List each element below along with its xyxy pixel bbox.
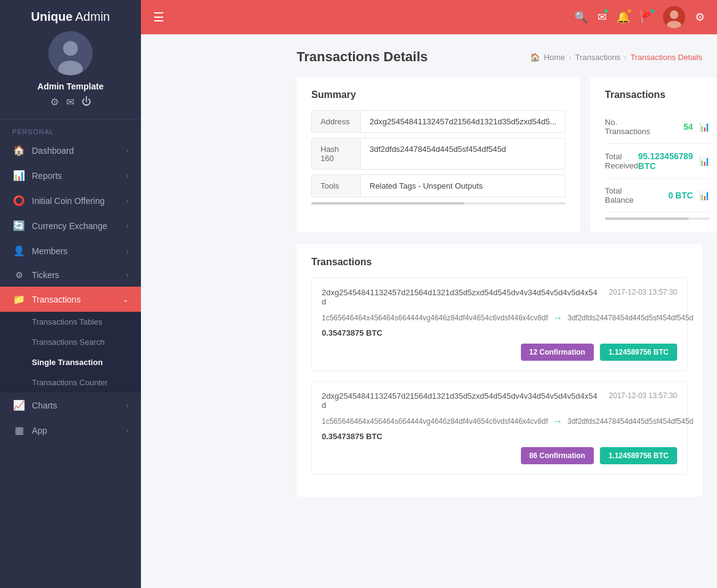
address-value: 2dxg25454841132457d21564d1321d35d5zxd54d…	[361, 111, 565, 132]
sidebar-subitem-single-transaction[interactable]: Single Transaction	[0, 352, 141, 372]
tx-stats-scrollbar	[605, 217, 710, 220]
chevron-icon: ›	[126, 271, 129, 279]
avatar	[48, 31, 93, 75]
topbar-gear-icon[interactable]: ⚙	[695, 10, 705, 24]
sidebar-item-members[interactable]: 👤 Members ›	[0, 238, 141, 263]
mail-icon[interactable]: ✉	[66, 96, 74, 108]
tx-stat-row-received: TotalReceived 95.123456789 BTC 📊	[605, 144, 710, 179]
cards-row: Summary Address 2dxg25454841132457d21564…	[297, 77, 702, 232]
sidebar-item-label: Charts	[32, 401, 126, 410]
page-header: Transactions Details 🏠 Home › Transactio…	[297, 49, 702, 65]
sidebar-item-currency-exchange[interactable]: 🔄 Currency Exchange ›	[0, 213, 141, 238]
tx-stat-value-received: 95.123456789 BTC	[638, 151, 693, 171]
topbar: ☰ 🔍 ✉ 🔔 🚩 ⚙	[141, 0, 717, 34]
tx-arrow-2: →	[553, 416, 563, 427]
transactions-subitems: Transactions Tables Transactions Search …	[0, 312, 141, 393]
svg-point-4	[670, 10, 678, 19]
chevron-icon: ›	[126, 247, 129, 255]
tx-stat-value-balance: 0 BTC	[668, 190, 692, 200]
search-button[interactable]: 🔍	[574, 10, 588, 24]
sidebar-item-label: App	[32, 426, 126, 435]
breadcrumb-current: Transactions Details	[631, 53, 702, 62]
page-title: Transactions Details	[297, 49, 428, 65]
flag-badge	[650, 8, 656, 14]
sidebar-item-tickers[interactable]: ⚙ Tickers ›	[0, 263, 141, 287]
app-icon: ▦	[12, 424, 26, 436]
sidebar-item-label: Currency Exchange	[32, 221, 126, 231]
transaction-block-1: 2dxg25454841132457d21564d1321d35d5zxd54d…	[311, 277, 688, 371]
topbar-avatar[interactable]	[663, 6, 685, 28]
flag-button[interactable]: 🚩	[640, 10, 653, 24]
tools-label: Tools	[312, 175, 361, 197]
breadcrumb-sep1: ›	[569, 53, 571, 62]
confirm-button-1[interactable]: 12 Confirmation	[521, 344, 594, 361]
settings-icon[interactable]: ⚙	[50, 96, 59, 108]
hash-value: 3df2dfds24478454d445d5sf454df545d	[361, 138, 565, 169]
tx-stat-row-count: No.Transactions 54 📊	[605, 110, 710, 144]
tx-arrow-1: →	[553, 312, 563, 323]
transactions-icon: 📁	[12, 293, 26, 305]
sidebar-subitem-transactions-search[interactable]: Transactions Search	[0, 332, 141, 352]
sidebar: Unique Admin Admin Template ⚙ ✉ ⏻ PERSON…	[0, 0, 141, 588]
sidebar-subitem-transactions-counter[interactable]: Transactions Counter	[0, 372, 141, 393]
summary-row-address: Address 2dxg25454841132457d21564d1321d35…	[311, 110, 566, 133]
tx-stat-label-balance: TotalBalance	[605, 186, 668, 205]
tx-date-2: 2017-12-03 13:57:30	[609, 391, 677, 410]
sidebar-item-transactions[interactable]: 📁 Transactions ⌄	[0, 287, 141, 312]
tickers-icon: ⚙	[12, 270, 26, 280]
sidebar-item-charts[interactable]: 📈 Charts ›	[0, 393, 141, 418]
tx-footer-2: 86 Confirmation 1.124589756 BTC	[322, 447, 677, 464]
dashboard-icon: 🏠	[12, 145, 26, 156]
btc-value-button-1[interactable]: 1.124589756 BTC	[600, 344, 677, 361]
sidebar-item-reports[interactable]: 📊 Reports ›	[0, 163, 141, 188]
exchange-icon: 🔄	[12, 220, 26, 232]
mail-button[interactable]: ✉	[598, 10, 607, 24]
sidebar-item-label: Tickers	[32, 270, 126, 280]
ico-icon: ⭕	[12, 195, 26, 206]
tx-block-header-1: 2dxg25454841132457d21564d1321d35d5zxd54d…	[322, 288, 677, 306]
main-content: Transactions Details 🏠 Home › Transactio…	[282, 34, 717, 588]
tx-from-1: 1c565646464x456464s664444vg4646z84df4v46…	[322, 314, 548, 322]
breadcrumb-transactions[interactable]: Transactions	[575, 53, 620, 62]
bar-chart-icon2: 📊	[699, 156, 710, 166]
sidebar-item-dashboard[interactable]: 🏠 Dashboard ›	[0, 138, 141, 163]
hamburger-button[interactable]: ☰	[153, 10, 164, 24]
transaction-block-2: 2dxg25454841132457d21564d1321d35d5zxd54d…	[311, 381, 688, 475]
sidebar-logo: Unique Admin	[31, 10, 110, 24]
bell-badge	[626, 8, 632, 14]
chevron-icon: ›	[126, 222, 129, 230]
sidebar-item-label: Transactions	[32, 295, 123, 304]
mail-badge	[603, 8, 609, 14]
scrollbar-thumb2	[605, 217, 689, 220]
sidebar-item-label: Reports	[32, 171, 126, 181]
breadcrumb-sep2: ›	[624, 53, 626, 62]
breadcrumb-home[interactable]: Home	[544, 53, 565, 62]
tx-to-1: 3df2dfds24478454d445d5sf454df545d	[567, 314, 694, 322]
chevron-icon: ›	[126, 426, 129, 435]
bell-button[interactable]: 🔔	[616, 10, 630, 24]
power-icon[interactable]: ⏻	[82, 96, 91, 108]
btc-value-button-2[interactable]: 1.124589756 BTC	[600, 447, 677, 464]
sidebar-item-label: Dashboard	[32, 146, 126, 156]
tx-amount-2: 0.35473875 BTC	[322, 432, 677, 441]
tx-stat-label-received: TotalReceived	[605, 152, 638, 170]
tx-hash-1: 2dxg25454841132457d21564d1321d35d5zxd54d…	[322, 288, 599, 306]
transactions-section-title: Transactions	[311, 257, 688, 268]
chevron-icon: ›	[126, 401, 129, 410]
confirm-button-2[interactable]: 86 Confirmation	[521, 447, 594, 464]
tx-addresses-2: 1c565646464x456464s664444vg4646z84df4v46…	[322, 416, 677, 427]
tx-block-header-2: 2dxg25454841132457d21564d1321d35d5zxd54d…	[322, 391, 677, 410]
breadcrumb-home-icon: 🏠	[530, 53, 540, 62]
sidebar-subitem-transactions-tables[interactable]: Transactions Tables	[0, 312, 141, 332]
sidebar-actions: ⚙ ✉ ⏻	[50, 96, 91, 108]
sidebar-item-app[interactable]: ▦ App ›	[0, 418, 141, 443]
sidebar-item-ico[interactable]: ⭕ Initial Coin Offering ›	[0, 188, 141, 213]
tx-footer-1: 12 Confirmation 1.124589756 BTC	[322, 344, 677, 361]
tx-addresses-1: 1c565646464x456464s664444vg4646z84df4v46…	[322, 312, 677, 323]
chevron-icon: ›	[126, 172, 129, 180]
breadcrumb: 🏠 Home › Transactions › Transactions Det…	[530, 53, 702, 62]
chevron-icon: ›	[126, 146, 129, 155]
bar-chart-icon: 📊	[699, 122, 710, 132]
tx-amount-1: 0.35473875 BTC	[322, 328, 677, 337]
sidebar-item-label: Members	[32, 246, 126, 256]
